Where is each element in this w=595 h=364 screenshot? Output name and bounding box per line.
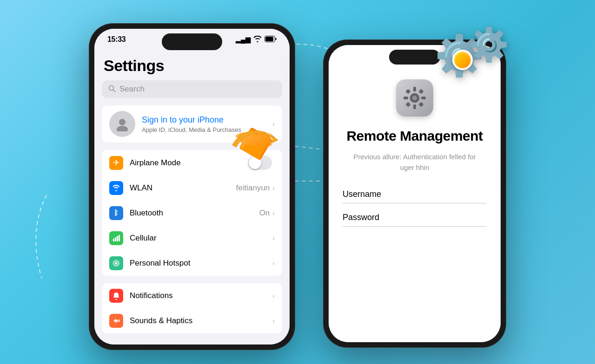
username-label: Username xyxy=(343,189,487,203)
bluetooth-chevron: › xyxy=(272,209,275,217)
svg-point-4 xyxy=(119,119,126,125)
bluetooth-icon: ᛒ xyxy=(109,206,123,220)
svg-rect-18 xyxy=(403,97,408,99)
notifications-label: Notifications xyxy=(130,291,272,300)
settings-gear-icon xyxy=(402,85,428,111)
search-bar[interactable]: Search xyxy=(102,80,282,98)
svg-point-13 xyxy=(118,320,119,322)
svg-point-10 xyxy=(115,262,118,265)
signal-icon: ▂▄▆ xyxy=(236,36,251,43)
wlan-item[interactable]: WLAN feitianyun › xyxy=(102,176,282,201)
bluetooth-value: On xyxy=(259,208,270,218)
wifi-icon xyxy=(253,36,262,44)
status-icons: ▂▄▆ xyxy=(236,36,277,44)
direction-arrow: 🔶 xyxy=(237,126,274,161)
password-field[interactable]: Password xyxy=(343,213,487,227)
search-placeholder: Search xyxy=(119,84,145,94)
notifications-item[interactable]: Notifications › xyxy=(102,283,282,308)
wlan-icon xyxy=(109,181,123,195)
sounds-chevron: › xyxy=(272,317,275,325)
remote-title: Remote Management xyxy=(346,128,483,144)
svg-line-3 xyxy=(113,90,116,92)
settings-screen: 15:33 ▂▄▆ Settings xyxy=(94,29,290,344)
svg-rect-6 xyxy=(113,239,114,241)
gear-red-small: ⚙️ xyxy=(469,26,509,64)
svg-rect-8 xyxy=(117,236,118,241)
status-time: 15:33 xyxy=(107,35,126,44)
remote-subtitle: Previous allure: Authentication felled f… xyxy=(343,152,487,173)
hotspot-chevron: › xyxy=(272,260,275,267)
left-phone-notch xyxy=(162,33,222,50)
svg-point-5 xyxy=(117,126,128,131)
cellular-label: Cellular xyxy=(130,234,272,243)
right-phone-notch xyxy=(389,50,440,65)
svg-rect-23 xyxy=(418,102,423,107)
notifications-chevron: › xyxy=(272,292,275,299)
hotspot-label: Personal Hotspot xyxy=(130,259,272,268)
wlan-label: WLAN xyxy=(130,183,236,193)
hotspot-icon xyxy=(109,256,123,270)
gold-circle-decoration xyxy=(452,50,473,70)
password-label: Password xyxy=(343,213,487,227)
svg-rect-7 xyxy=(115,237,116,241)
sounds-item[interactable]: Sounds & Haptics › xyxy=(102,308,282,333)
search-icon xyxy=(108,85,116,94)
main-scene: .dash { stroke: rgba(255,255,255,0.7); s… xyxy=(0,0,595,364)
cellular-chevron: › xyxy=(272,234,275,242)
hotspot-item[interactable]: Personal Hotspot › xyxy=(102,251,282,276)
cellular-item[interactable]: Cellular › xyxy=(102,226,282,251)
battery-icon xyxy=(264,36,277,44)
left-phone-screen: 15:33 ▂▄▆ Settings xyxy=(94,29,290,344)
svg-rect-21 xyxy=(418,89,423,94)
settings-group-2: Notifications › Sounds & Haptics › xyxy=(102,283,282,333)
notifications-icon xyxy=(109,289,123,303)
orange-arrow-svg xyxy=(228,119,284,161)
left-phone: 15:33 ▂▄▆ Settings xyxy=(89,23,295,350)
svg-rect-19 xyxy=(421,97,426,99)
gear-decoration: ⚙️ ⚙️ xyxy=(435,26,509,91)
airplane-icon: ✈ xyxy=(109,156,123,170)
wlan-chevron: › xyxy=(272,184,275,192)
bluetooth-label: Bluetooth xyxy=(130,208,259,218)
sounds-icon xyxy=(109,314,123,328)
settings-title: Settings xyxy=(94,53,290,80)
svg-rect-16 xyxy=(413,87,416,91)
bluetooth-item[interactable]: ᛒ Bluetooth On › xyxy=(102,201,282,226)
settings-group-1: ✈ Airplane Mode WLAN feitianyun › xyxy=(102,150,282,276)
svg-rect-1 xyxy=(265,37,273,41)
settings-content: Settings Search Sign i xyxy=(94,47,290,344)
username-field[interactable]: Username xyxy=(343,189,487,203)
cellular-icon xyxy=(109,231,123,245)
svg-rect-9 xyxy=(119,235,120,241)
svg-point-15 xyxy=(412,96,417,100)
svg-rect-17 xyxy=(413,104,416,109)
svg-rect-22 xyxy=(405,102,410,107)
svg-rect-20 xyxy=(405,89,410,94)
wlan-value: feitianyun xyxy=(236,183,270,193)
settings-app-icon xyxy=(396,79,433,117)
remote-content: Remote Management Previous allure: Authe… xyxy=(329,56,501,342)
avatar xyxy=(109,111,135,137)
sounds-label: Sounds & Haptics xyxy=(130,316,272,325)
